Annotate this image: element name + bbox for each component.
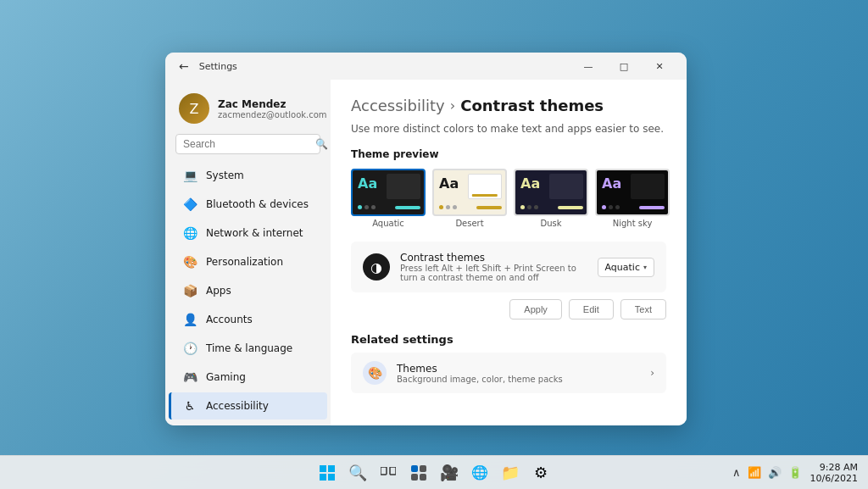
sidebar-item-label: Bluetooth & devices [206, 198, 309, 210]
taskbar-taskview-button[interactable] [376, 460, 401, 486]
taskbar-date: 10/6/2021 [810, 473, 858, 484]
taskbar-start-button[interactable] [314, 460, 340, 486]
taskbar-center: 🔍 🎥 🌐 📁 ⚙️ [314, 460, 554, 486]
themes-sub: Background image, color, theme packs [397, 375, 640, 384]
user-email: zacmendez@outlook.com [218, 110, 327, 119]
search-input[interactable] [183, 138, 310, 150]
network-icon: 🌐 [182, 225, 198, 241]
preview-dots [439, 205, 457, 209]
close-button[interactable]: ✕ [643, 54, 676, 78]
themes-info: Themes Background image, color, theme pa… [397, 363, 640, 384]
edit-button[interactable]: Edit [569, 299, 614, 320]
sidebar-item-gaming[interactable]: 🎮 Gaming [169, 364, 327, 391]
sidebar-item-bluetooth[interactable]: 🔷 Bluetooth & devices [169, 191, 327, 218]
sidebar-item-network[interactable]: 🌐 Network & internet [169, 219, 327, 247]
sidebar-item-label: Apps [206, 285, 231, 297]
taskbar-battery-icon[interactable]: 🔋 [787, 464, 804, 481]
theme-aa-text: Aa [358, 175, 377, 192]
sidebar: Z Zac Mendez zacmendez@outlook.com 🔍 💻 S… [165, 80, 331, 425]
theme-preview-title: Theme preview [351, 148, 666, 160]
preview-bar [395, 206, 420, 209]
related-settings-title: Related settings [351, 333, 666, 346]
sidebar-item-label: System [206, 169, 244, 181]
theme-card-night-sky[interactable]: Aa Night sky [595, 169, 670, 228]
breadcrumb-parent[interactable]: Accessibility [351, 97, 445, 114]
theme-aa-text: Aa [602, 175, 621, 192]
sidebar-item-personalization[interactable]: 🎨 Personalization [169, 248, 327, 275]
taskbar-expand-icon[interactable]: ∧ [731, 464, 743, 481]
contrast-hint: Press left Alt + left Shift + Print Scre… [400, 264, 587, 282]
avatar[interactable]: Z [179, 93, 209, 124]
preview-bar [639, 206, 665, 209]
contrast-label: Contrast themes [400, 252, 587, 264]
search-icon: 🔍 [315, 138, 328, 150]
theme-preview-aquatic: Aa [351, 169, 426, 216]
sidebar-item-system[interactable]: 💻 System [169, 162, 327, 189]
chevron-right-icon: › [650, 367, 654, 379]
search-box[interactable]: 🔍 [175, 134, 320, 154]
sidebar-item-accessibility[interactable]: ♿ Accessibility [169, 392, 327, 420]
theme-card-inner [549, 174, 583, 199]
page-description: Use more distinct colors to make text an… [351, 123, 666, 135]
theme-preview-desert: Aa [432, 169, 507, 216]
apply-button[interactable]: Apply [509, 299, 562, 320]
svg-rect-9 [420, 474, 426, 481]
themes-icon: 🎨 [363, 361, 387, 385]
svg-rect-1 [328, 465, 335, 472]
theme-preview-dusk: Aa [514, 169, 588, 216]
svg-rect-8 [411, 474, 418, 481]
breadcrumb: Accessibility › Contrast themes [351, 97, 666, 114]
theme-card-dusk[interactable]: Aa Dusk [514, 169, 588, 228]
taskbar-edge-button[interactable]: 🌐 [467, 460, 492, 486]
themes-label: Themes [397, 363, 640, 375]
breadcrumb-separator: › [450, 97, 455, 114]
theme-card-aquatic[interactable]: Aa Aquatic [351, 169, 426, 228]
window-controls: — □ ✕ [571, 54, 676, 78]
sidebar-item-label: Accounts [206, 314, 253, 325]
settings-window: ← Settings — □ ✕ Z Zac Mendez zacmendez@… [165, 53, 687, 425]
taskbar-explorer-button[interactable]: 📁 [498, 460, 523, 486]
minimize-button[interactable]: — [571, 54, 605, 78]
theme-card-desert[interactable]: Aa Desert [432, 169, 507, 228]
sidebar-item-accounts[interactable]: 👤 Accounts [169, 306, 327, 333]
apps-icon: 📦 [182, 283, 198, 298]
preview-bar [558, 206, 583, 209]
accounts-icon: 👤 [182, 312, 198, 327]
taskbar-settings-button[interactable]: ⚙️ [528, 460, 554, 486]
taskbar-volume-icon[interactable]: 🔊 [766, 464, 783, 481]
maximize-button[interactable]: □ [607, 54, 641, 78]
user-info: Zac Mendez zacmendez@outlook.com [218, 98, 327, 119]
sidebar-item-security[interactable]: 🛡️ Security & privacy [169, 421, 327, 425]
sidebar-item-time[interactable]: 🕐 Time & language [169, 335, 327, 362]
time-icon: 🕐 [182, 341, 198, 356]
window-body: Z Zac Mendez zacmendez@outlook.com 🔍 💻 S… [165, 80, 687, 425]
taskbar-search-button[interactable]: 🔍 [345, 460, 370, 486]
title-bar: ← Settings — □ ✕ [165, 53, 687, 80]
sidebar-item-apps[interactable]: 📦 Apps [169, 277, 327, 304]
accessibility-icon: ♿ [182, 398, 198, 414]
theme-name-dusk: Dusk [514, 219, 588, 228]
taskbar-clock[interactable]: 9:28 AM 10/6/2021 [810, 462, 858, 484]
personalization-icon: 🎨 [182, 254, 198, 270]
user-section: Z Zac Mendez zacmendez@outlook.com [165, 86, 331, 134]
text-button[interactable]: Text [620, 299, 666, 320]
title-bar-left: ← Settings [175, 58, 237, 75]
theme-name-aquatic: Aquatic [351, 219, 426, 228]
taskbar-camera-button[interactable]: 🎥 [437, 460, 462, 486]
svg-rect-5 [390, 467, 396, 475]
system-icon: 💻 [182, 168, 198, 183]
svg-rect-2 [320, 474, 326, 481]
taskbar-widgets-button[interactable] [406, 460, 431, 486]
svg-rect-6 [411, 465, 418, 472]
theme-card-inner [387, 174, 420, 199]
preview-bar [476, 206, 502, 209]
breadcrumb-current: Contrast themes [460, 97, 604, 114]
taskbar-sys-icons: ∧ 📶 🔊 🔋 [731, 464, 804, 481]
svg-rect-3 [328, 474, 335, 481]
taskbar-right: ∧ 📶 🔊 🔋 9:28 AM 10/6/2021 [731, 462, 858, 484]
back-button[interactable]: ← [175, 58, 192, 75]
taskbar-wifi-icon[interactable]: 📶 [746, 464, 763, 481]
sidebar-item-label: Network & internet [206, 227, 303, 239]
related-item-themes[interactable]: 🎨 Themes Background image, color, theme … [351, 353, 666, 393]
contrast-theme-dropdown[interactable]: Aquatic ▾ [598, 258, 654, 277]
